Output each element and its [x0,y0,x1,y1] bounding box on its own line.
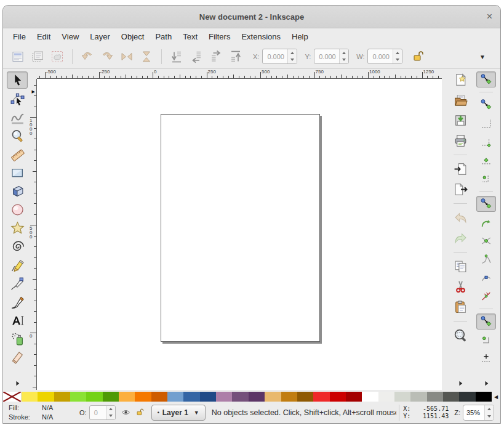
color-swatch[interactable] [22,392,38,402]
menu-layer[interactable]: Layer [84,30,116,44]
rotate-ccw-button[interactable] [78,47,97,66]
cut-button[interactable] [450,278,470,295]
redo-button[interactable] [450,230,470,246]
color-swatch[interactable] [119,392,135,402]
spin-up-icon[interactable] [340,49,348,57]
vertical-ruler[interactable]: 10005000▶ [28,79,37,390]
field-value[interactable]: 0.000 [263,49,287,63]
color-swatch[interactable] [216,392,232,402]
open-button[interactable] [450,92,470,108]
color-swatch[interactable] [313,392,329,402]
color-swatch[interactable] [427,392,443,402]
duplicate-button[interactable] [450,258,470,275]
y-spinbox[interactable]: 0.000 [314,49,349,64]
snap-paths-button[interactable] [476,214,496,230]
close-icon[interactable]: × [487,12,492,22]
menu-filters[interactable]: Filters [203,30,236,44]
bbox-edges-button[interactable] [476,115,496,131]
spin-down-icon[interactable] [340,57,348,64]
spin-up-icon[interactable] [288,49,297,57]
opacity-value[interactable]: 0 [90,406,106,419]
color-swatch[interactable] [232,392,248,402]
toolbox-expand-button[interactable] [12,378,23,388]
color-swatch[interactable] [38,392,54,402]
select-all-button[interactable] [9,47,27,66]
box-3d-tool-button[interactable] [7,182,28,200]
menu-edit[interactable]: Edit [31,30,56,44]
zoom-value[interactable]: 35% [463,405,484,420]
color-swatch[interactable] [183,392,199,402]
menu-file[interactable]: File [7,30,31,44]
print-button[interactable] [450,132,470,149]
export-button[interactable] [450,181,470,198]
flip-vertical-button[interactable] [137,47,156,66]
spin-up-icon[interactable] [106,406,115,413]
spiral-tool-button[interactable] [7,238,28,255]
layer-lock-toggle[interactable] [136,408,145,417]
menu-view[interactable]: View [56,30,84,44]
color-swatch[interactable] [346,392,362,402]
color-swatch[interactable] [443,392,459,402]
path-intersections-button[interactable] [476,233,496,249]
node-editor-tool-button[interactable] [7,90,28,107]
lower-one-step-button[interactable] [187,47,206,66]
spin-up-icon[interactable] [485,405,494,413]
snap-bbox-button[interactable] [476,97,496,113]
lower-to-bottom-button[interactable] [167,47,186,66]
spin-down-icon[interactable] [485,413,494,420]
raise-to-top-button[interactable] [226,47,245,66]
zoom-spinbox[interactable]: 35% [463,405,494,421]
cmdcol-expand-button[interactable] [455,378,466,388]
color-swatch[interactable] [135,392,151,402]
color-swatch[interactable] [394,392,410,402]
rectangle-tool-button[interactable] [7,164,28,181]
select-all-layers-button[interactable] [28,47,47,66]
menu-help[interactable]: Help [286,30,314,44]
lock-ratio-toggle[interactable] [412,50,426,63]
x-spinbox[interactable]: 0.000 [262,49,297,64]
palette-scroll-left-button[interactable]: ◀ [492,392,500,402]
ellipse-tool-button[interactable] [7,201,28,218]
color-swatch[interactable] [362,392,378,402]
raise-one-step-button[interactable] [207,47,225,66]
undo-button[interactable] [450,209,470,226]
eraser-tool-button[interactable] [7,349,28,366]
color-swatch[interactable] [249,392,265,402]
color-swatch[interactable] [86,392,102,402]
pencil-tool-button[interactable] [7,256,28,273]
color-swatch[interactable] [297,392,313,402]
color-swatch[interactable] [330,392,346,402]
spin-down-icon[interactable] [393,57,402,64]
color-swatch[interactable] [54,392,70,402]
menu-path[interactable]: Path [150,30,177,44]
layer-visibility-toggle[interactable] [121,408,130,417]
field-value[interactable]: 0.000 [368,49,393,63]
line-midpoints-button[interactable] [476,288,496,304]
paste-button[interactable] [450,299,470,315]
calligraphy-tool-button[interactable] [7,293,28,310]
snap-enable-button[interactable] [476,71,496,87]
spray-tool-button[interactable] [7,330,28,347]
color-swatch[interactable] [281,392,297,402]
rotate-cw-button[interactable] [98,47,116,66]
smooth-nodes-button[interactable] [476,270,496,286]
color-swatch[interactable] [476,392,492,402]
color-swatch[interactable] [103,392,119,402]
bezier-pen-tool-button[interactable] [7,275,28,292]
field-value[interactable]: 0.000 [314,49,339,63]
bbox-centers-button[interactable] [476,171,496,187]
zoom-tool-button[interactable] [7,127,28,144]
no-color-swatch[interactable] [3,392,22,402]
spin-down-icon[interactable] [288,57,297,64]
bbox-edge-midpoints-button[interactable] [476,152,496,168]
color-swatch[interactable] [410,392,426,402]
text-tool-button[interactable] [7,312,28,329]
snap-nodes-button[interactable] [476,196,496,212]
menu-text[interactable]: Text [177,30,203,44]
menu-object[interactable]: Object [116,30,150,44]
import-button[interactable] [450,161,470,177]
w-spinbox[interactable]: 0.000 [367,49,402,64]
flip-horizontal-button[interactable] [118,47,136,66]
star-tool-button[interactable] [7,219,28,237]
color-swatch[interactable] [70,392,86,402]
